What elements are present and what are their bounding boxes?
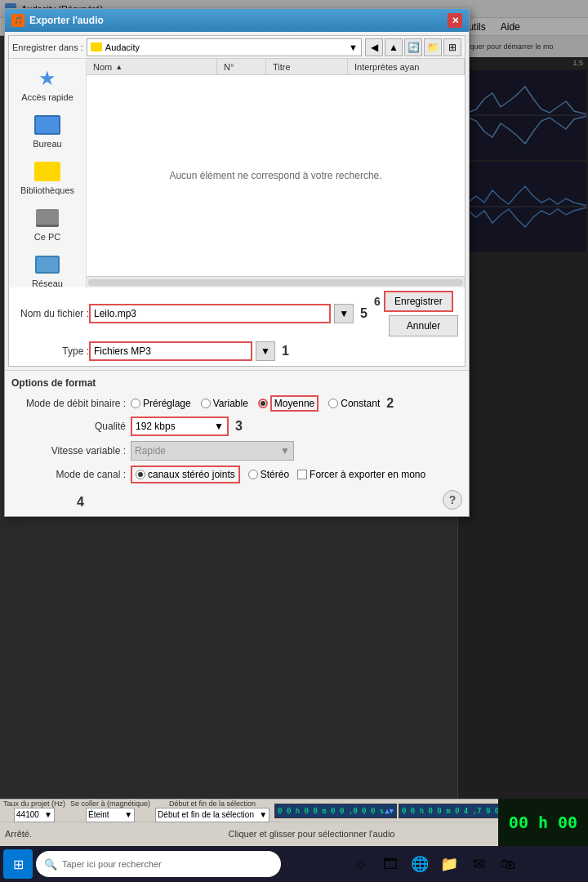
back-button[interactable]: ◀	[365, 38, 383, 56]
qualite-label: Qualité	[11, 421, 126, 432]
sidebar-item-acces-rapide[interactable]: ★ Accès rapide	[9, 62, 86, 107]
radio-stereo[interactable]: Stéréo	[248, 469, 289, 480]
snap-label: Se coller à (magnétique)	[70, 800, 150, 808]
canal-row: Mode de canal : canaux stéréo joints Sté…	[11, 466, 462, 483]
selection-label: Début et fin de la sélection	[169, 800, 256, 808]
search-placeholder: Taper ici pour rechercher	[62, 859, 162, 869]
desktop-icon	[33, 114, 62, 136]
dialog-title: Exporter l'audio	[29, 15, 104, 26]
star-icon: ★	[33, 67, 62, 90]
scrollbar-horizontal[interactable]	[87, 276, 465, 287]
vitesse-dropdown[interactable]: Rapide ▼	[131, 441, 294, 461]
sidebar-label-pc: Ce PC	[34, 232, 60, 242]
type-input[interactable]: Fichiers MP3	[89, 341, 252, 361]
step5-badge: 5	[360, 306, 368, 321]
radio-prereglage[interactable]: Préréglage	[131, 398, 191, 409]
sidebar-item-bibliotheques[interactable]: Bibliothèques	[9, 155, 86, 200]
radio-moyenne[interactable]: Moyenne	[258, 395, 318, 412]
action-buttons: 6 Enregistrer Annuler	[374, 291, 458, 336]
step3-badge: 3	[235, 419, 243, 434]
sidebar-item-bureau[interactable]: Bureau	[9, 109, 86, 154]
qualite-row: Qualité 192 kbps ▼ 3	[11, 416, 462, 436]
taskbar-icon-mail[interactable]: ✉	[466, 851, 492, 877]
dialog-overlay: 🎵 Exporter l'audio ✕ Enregistrer dans : …	[0, 0, 588, 882]
network-icon	[33, 253, 62, 276]
step6-badge: 6	[374, 295, 381, 308]
taskbar-icon-store[interactable]: 🛍	[495, 851, 521, 877]
radio-canaux-stereo[interactable]: canaux stéréo joints	[131, 466, 240, 483]
selection-area: Début et fin de la sélection Début et fi…	[155, 800, 270, 822]
radio-outer-variable	[201, 399, 211, 408]
format-title: Options de format	[11, 377, 462, 389]
project-rate-area: Taux du projet (Hz) 44100 ▼	[3, 800, 65, 822]
big-time-display: 00 h 00	[498, 799, 588, 846]
canal-label: Mode de canal :	[11, 469, 126, 480]
taskbar-icon-taskview[interactable]: 🗔	[377, 851, 403, 877]
scroll-track[interactable]	[88, 279, 463, 286]
col-header-titre[interactable]: Titre	[266, 59, 348, 74]
pc-icon	[33, 207, 62, 229]
col-header-no[interactable]: N°	[217, 59, 266, 74]
up-button[interactable]: ▲	[385, 38, 403, 56]
file-list-area: Nom ▲ N° Titre Interprètes ayan	[87, 59, 465, 287]
time-inputs: 0 0 h 0 0 m 0 0 ,0 0 0 s ▲▼ 0 0 h 0 0 m …	[274, 804, 521, 818]
sidebar-label-acces: Accès rapide	[21, 92, 74, 102]
location-toolbar: ◀ ▲ 🔄 📁 ⊞	[365, 38, 461, 56]
taskbar-center-icons: ○ 🗔 🌐 📁 ✉ 🛍	[284, 851, 585, 877]
help-button[interactable]: ?	[443, 490, 462, 510]
format-bottom-row: 4 ?	[11, 487, 462, 510]
file-list-empty: Aucun élément ne correspond à votre rech…	[87, 75, 465, 276]
col-header-interp[interactable]: Interprètes ayan	[348, 59, 465, 74]
filename-input[interactable]	[89, 304, 331, 323]
sidebar-panel: ★ Accès rapide Bureau Bib	[9, 59, 87, 287]
mode-label: Mode de débit binaire :	[11, 398, 126, 409]
taskbar-icon-explorer[interactable]: 📁	[436, 851, 462, 877]
radio-outer-moyenne	[258, 399, 268, 408]
snap-dropdown[interactable]: Éteint ▼	[86, 808, 135, 822]
location-label: Enregistrer dans :	[12, 42, 83, 52]
type-label: Type :	[16, 345, 89, 357]
search-icon: 🔍	[44, 858, 57, 871]
search-bar[interactable]: 🔍 Taper ici pour rechercher	[36, 851, 281, 877]
type-dropdown-arrow[interactable]: ▼	[256, 341, 275, 361]
dialog-titlebar: 🎵 Exporter l'audio ✕	[5, 9, 469, 32]
taskbar-icon-edge[interactable]: 🌐	[407, 851, 433, 877]
view-button[interactable]: ⊞	[443, 38, 461, 56]
filename-dropdown-arrow[interactable]: ▼	[334, 304, 354, 323]
taskbar-icon-cortana[interactable]: ○	[348, 851, 374, 877]
snap-area: Se coller à (magnétique) Éteint ▼	[70, 800, 150, 822]
filename-row: Nom du fichier : ▼ 5 6 Enregistrer Annul…	[9, 287, 465, 340]
sidebar-label-biblio: Bibliothèques	[20, 185, 74, 195]
radio-outer-prereglage	[131, 399, 140, 408]
file-list-header: Nom ▲ N° Titre Interprètes ayan	[87, 59, 465, 75]
mode-radio-group: Préréglage Variable Moyenne Con	[131, 395, 380, 412]
selection-dropdown[interactable]: Début et fin de la sélection ▼	[155, 808, 270, 822]
project-rate-dropdown[interactable]: 44100 ▼	[14, 808, 55, 822]
checkbox-forcer-mono[interactable]: Forcer à exporter en mono	[297, 469, 425, 480]
radio-inner-moyenne	[261, 401, 265, 406]
library-icon	[33, 160, 62, 183]
sidebar-item-ce-pc[interactable]: Ce PC	[9, 202, 86, 247]
new-folder-button[interactable]: 📁	[424, 38, 442, 56]
big-time-text: 00 h 00	[509, 813, 577, 832]
refresh-button[interactable]: 🔄	[404, 38, 422, 56]
close-button[interactable]: ✕	[448, 13, 462, 28]
time-input-1[interactable]: 0 0 h 0 0 m 0 0 ,0 0 0 s ▲▼	[274, 804, 397, 818]
radio-constant[interactable]: Constant	[328, 398, 380, 409]
enregistrer-button[interactable]: Enregistrer	[384, 291, 453, 312]
export-dialog: 🎵 Exporter l'audio ✕ Enregistrer dans : …	[4, 8, 470, 517]
sidebar-label-bureau: Bureau	[33, 139, 61, 149]
sidebar-item-reseau[interactable]: Réseau	[9, 248, 86, 293]
format-options: Options de format Mode de débit binaire …	[5, 370, 469, 516]
location-dropdown[interactable]: Audacity ▼	[87, 38, 362, 56]
annuler-button[interactable]: Annuler	[389, 315, 458, 336]
checkbox-icon-mono	[297, 470, 307, 479]
vitesse-row: Vitesse variable : Rapide ▼	[11, 441, 462, 461]
filename-label: Nom du fichier :	[16, 308, 89, 319]
radio-outer-stereo	[248, 470, 258, 479]
start-button[interactable]: ⊞	[3, 849, 33, 879]
radio-variable[interactable]: Variable	[201, 398, 248, 409]
col-header-nom[interactable]: Nom ▲	[87, 59, 217, 74]
step2-badge: 2	[386, 396, 394, 411]
qualite-dropdown[interactable]: 192 kbps ▼	[131, 416, 229, 436]
